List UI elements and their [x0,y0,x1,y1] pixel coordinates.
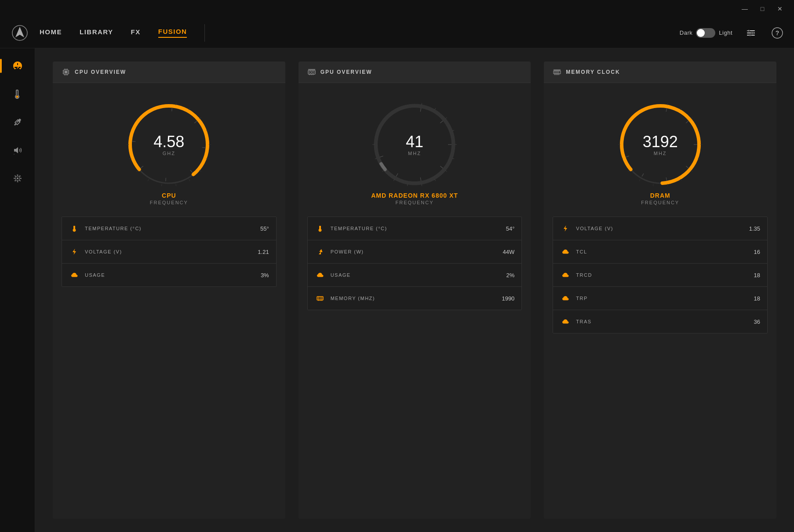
gpu-stat-temperature: TEMPERATURE (°C) 54° [308,217,522,240]
gpu-card-title: GPU OVERVIEW [321,69,372,75]
sidebar-item-audio[interactable] [4,137,31,163]
gpu-stat-memory: MEMORY (MHz) 1990 [308,287,522,310]
cpu-stat-usage: USAGE 3% [62,264,276,286]
gpu-gauge-container: 41 MHZ AMD Radeon RX 6800 XT FREQUENCY [371,101,459,205]
title-bar: — □ ✕ [0,0,794,18]
gpu-memory-value: 1990 [502,295,514,302]
gpu-gauge-unit: MHZ [406,151,423,156]
nav-home[interactable]: HOME [40,28,62,37]
memory-card: MEMORY CLOCK [544,62,776,519]
gpu-card-body: 41 MHZ AMD Radeon RX 6800 XT FREQUENCY [299,83,531,519]
memory-gauge-container: 3192 MHZ DRAM FREQUENCY [616,101,704,205]
svg-point-14 [16,96,18,98]
svg-line-59 [162,184,162,186]
svg-line-74 [420,108,421,112]
memory-gauge-unit: MHZ [643,151,678,156]
gpu-header-icon [307,68,316,76]
maximize-button[interactable]: □ [757,4,768,14]
memory-trp-value: 18 [754,295,760,302]
gpu-power-label: POWER (W) [331,249,503,254]
cpu-stat-voltage: VOLTAGE (V) 1.21 [62,240,276,264]
svg-line-78 [420,177,421,181]
svg-point-16 [17,177,18,179]
svg-line-61 [137,170,138,171]
svg-line-119 [642,174,644,177]
cpu-stat-temperature: TEMPERATURE (°C) 55° [62,217,276,240]
memory-trp-label: tRP [576,296,754,301]
svg-line-114 [666,108,667,112]
svg-line-122 [680,108,681,110]
help-icon-button[interactable]: ? [769,25,785,41]
memory-gauge-center: 3192 MHZ [643,133,678,156]
svg-line-43 [172,108,172,111]
svg-line-48 [141,166,143,168]
sidebar-item-power[interactable] [4,109,31,135]
logo [9,22,31,44]
svg-line-49 [132,141,136,142]
svg-line-80 [380,156,383,157]
mem-trcd-icon [560,270,571,280]
memory-trcd-label: tRCD [576,272,754,278]
content-area: CPU OVERVIEW [35,48,794,532]
gpu-usage-value: 2% [506,272,515,279]
cpu-voltage-label: VOLTAGE (V) [85,249,258,254]
gpu-thermometer-icon [315,223,325,234]
svg-line-118 [666,177,667,181]
cpu-voltage-value: 1.21 [258,249,269,255]
sidebar-item-performance[interactable] [4,53,31,79]
gpu-power-icon [315,246,325,257]
svg-line-131 [639,179,641,181]
header-divider [204,24,205,42]
memory-card-title: MEMORY CLOCK [566,69,620,75]
main-layout: CPU OVERVIEW [0,48,794,532]
nav-library[interactable]: LIBRARY [80,28,113,37]
gpu-temperature-label: TEMPERATURE (°C) [331,226,506,231]
gpu-stat-power: POWER (W) 44W [308,240,522,264]
svg-line-127 [691,170,692,171]
settings-icon-button[interactable] [743,25,759,41]
memory-voltage-label: VOLTAGE (V) [576,226,749,231]
theme-toggle-track[interactable] [696,28,715,38]
sidebar-item-lighting[interactable] [4,165,31,192]
header: HOME LIBRARY FX FUSION Dark Light [0,18,794,48]
light-label: Light [719,29,732,36]
svg-rect-6 [751,35,755,36]
svg-line-51 [189,108,190,110]
memory-gauge: 3192 MHZ [616,101,704,188]
svg-line-79 [396,174,398,177]
gpu-card: GPU OVERVIEW [299,62,531,519]
gpu-memory-icon [315,293,325,304]
svg-line-121 [667,103,667,105]
mem-tras-icon [560,316,571,327]
mem-trp-icon [560,293,571,304]
memory-tras-label: tRAS [576,319,754,324]
svg-line-57 [189,179,190,181]
cpu-header-icon [62,68,70,76]
svg-text:?: ? [776,29,779,36]
svg-rect-68 [310,71,311,73]
cpu-temperature-value: 55° [260,225,269,232]
cpu-card: CPU OVERVIEW [53,62,285,519]
cpu-usage-label: USAGE [85,272,261,278]
sidebar-item-temperature[interactable] [4,81,31,107]
memory-stat-tcl: tCL 16 [553,240,767,264]
memory-stat-voltage: VOLTAGE (V) 1.35 [553,217,767,240]
svg-point-8 [751,32,753,34]
svg-line-46 [190,170,193,173]
svg-line-117 [686,166,688,168]
memory-stat-trcd: tRCD 18 [553,264,767,287]
svg-line-45 [202,148,206,148]
nav-fusion[interactable]: FUSION [158,28,187,38]
svg-line-58 [176,184,176,186]
memory-gauge-value: 3192 [643,133,678,151]
theme-toggle-thumb [697,29,705,37]
svg-line-129 [667,184,667,186]
nav-fx[interactable]: FX [131,28,141,37]
mem-volt-icon [560,223,571,234]
close-button[interactable]: ✕ [775,4,785,14]
minimize-button[interactable]: — [739,4,750,14]
gpu-temperature-value: 54° [506,225,515,232]
svg-rect-4 [753,33,755,33]
svg-line-132 [628,170,630,171]
svg-line-115 [686,121,688,123]
